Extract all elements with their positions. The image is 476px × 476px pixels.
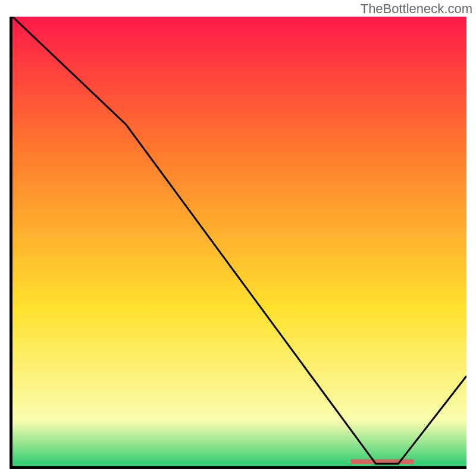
- chart-svg: [12, 17, 466, 466]
- chart-background: [12, 17, 466, 466]
- plot-area: [10, 17, 466, 469]
- chart-container: TheBottleneck.com: [0, 0, 476, 476]
- watermark-text: TheBottleneck.com: [361, 1, 472, 17]
